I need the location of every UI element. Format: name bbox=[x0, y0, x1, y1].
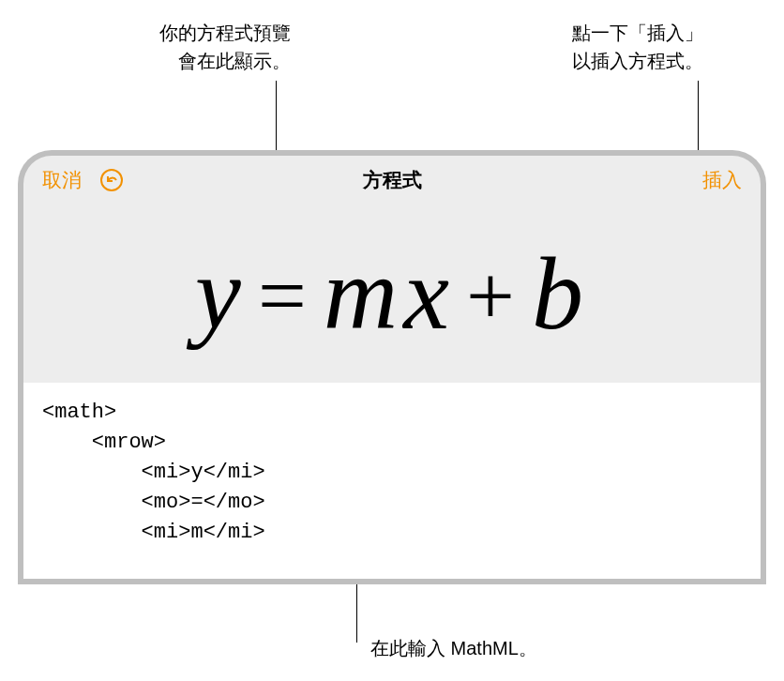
callout-connector bbox=[698, 81, 699, 160]
equation-var-y: y bbox=[195, 236, 247, 351]
equation-op-plus: + bbox=[455, 248, 532, 343]
cancel-button[interactable]: 取消 bbox=[42, 167, 82, 193]
callout-mathml: 在此輸入 MathML。 bbox=[370, 634, 652, 662]
callout-insert: 點一下「插入」 以插入方程式。 bbox=[497, 19, 703, 75]
dialog-title: 方程式 bbox=[363, 167, 422, 193]
equation-preview-area: y=mx+b bbox=[23, 204, 761, 383]
callout-text: 點一下「插入」 bbox=[572, 23, 703, 43]
editor-line: <mi>m</mi> bbox=[42, 521, 265, 544]
equation-preview: y=mx+b bbox=[186, 235, 598, 354]
device-screen: 取消 方程式 插入 y=mx+b <math> <mrow> <mi>y</mi… bbox=[23, 156, 761, 579]
callout-connector bbox=[356, 584, 357, 643]
undo-button[interactable] bbox=[98, 167, 125, 193]
callout-preview: 你的方程式預覽 會在此顯示。 bbox=[84, 19, 291, 75]
device-frame: 取消 方程式 插入 y=mx+b <math> <mrow> <mi>y</mi… bbox=[18, 150, 766, 584]
insert-button[interactable]: 插入 bbox=[702, 167, 742, 193]
callout-text: 你的方程式預覽 bbox=[159, 23, 291, 43]
editor-line: <mi>y</mi> bbox=[42, 461, 265, 484]
callout-text: 在此輸入 MathML。 bbox=[370, 638, 537, 658]
undo-icon bbox=[99, 168, 124, 192]
editor-line: <math> bbox=[42, 401, 116, 424]
equation-var-m: m bbox=[324, 236, 403, 351]
equation-op-equals: = bbox=[247, 248, 324, 343]
toolbar: 取消 方程式 插入 bbox=[23, 156, 761, 204]
editor-line: <mo>=</mo> bbox=[42, 491, 265, 514]
callout-text: 以插入方程式。 bbox=[572, 51, 703, 71]
editor-line: <mrow> bbox=[42, 431, 166, 454]
mathml-editor[interactable]: <math> <mrow> <mi>y</mi> <mo>=</mo> <mi>… bbox=[23, 383, 761, 579]
equation-var-x: x bbox=[403, 236, 455, 351]
callout-text: 會在此顯示。 bbox=[178, 51, 291, 71]
equation-var-b: b bbox=[532, 236, 589, 351]
